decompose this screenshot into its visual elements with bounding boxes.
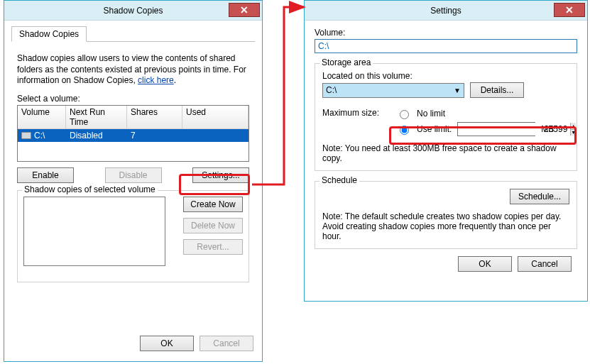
located-label: Located on this volume:	[322, 71, 569, 81]
spin-down-icon: ▼	[570, 130, 576, 136]
disable-button: Disable	[105, 167, 162, 183]
enable-button[interactable]: Enable	[17, 167, 74, 183]
close-icon[interactable]: ✕	[229, 3, 260, 17]
schedule-legend: Schedule	[319, 175, 359, 185]
chevron-down-icon: ▼	[454, 87, 461, 94]
close-icon[interactable]: ✕	[554, 3, 585, 17]
settings-window: Settings ✕ Volume: C:\ Storage area Loca…	[304, 0, 588, 302]
shadow-copies-list[interactable]	[23, 197, 165, 266]
spinner[interactable]: ▲▼	[570, 123, 576, 136]
spin-up-icon: ▲	[570, 123, 576, 130]
note-schedule: Note: The default schedule creates two s…	[322, 211, 569, 241]
schedule-button[interactable]: Schedule...	[510, 189, 569, 204]
volume-label: Volume:	[315, 28, 577, 38]
cancel-button: Cancel	[200, 336, 253, 351]
storage-legend: Storage area	[319, 57, 373, 67]
description: Shadow copies allow users to view the co…	[17, 53, 249, 87]
col-shares[interactable]: Shares	[127, 106, 182, 128]
window-title: Shadow Copies	[4, 6, 262, 16]
unit-label: MB	[541, 124, 554, 134]
volume-table[interactable]: Volume Next Run Time Shares Used C:\ Dis…	[17, 105, 249, 162]
table-row[interactable]: C:\ Disabled 7	[18, 129, 248, 142]
table-header: Volume Next Run Time Shares Used	[18, 106, 248, 129]
titlebar: Settings ✕	[305, 1, 587, 21]
window-title: Settings	[305, 6, 587, 16]
max-size-label: Maximum size:	[322, 108, 390, 118]
ok-button[interactable]: OK	[458, 256, 512, 272]
radio-use-limit[interactable]: Use limit: ▲▼ MB	[396, 122, 554, 136]
located-combo[interactable]: C:\ ▼	[322, 83, 464, 98]
delete-now-button: Delete Now	[183, 218, 243, 233]
col-volume[interactable]: Volume	[18, 106, 66, 128]
cancel-button[interactable]: Cancel	[518, 256, 572, 272]
disk-icon	[21, 132, 31, 139]
tab-shadow-copies[interactable]: Shadow Copies	[11, 26, 87, 42]
volume-field[interactable]: C:\	[315, 39, 577, 53]
note-storage: Note: You need at least 300MB free space…	[322, 143, 569, 163]
limit-input[interactable]: ▲▼	[457, 122, 535, 136]
settings-button[interactable]: Settings...	[192, 167, 249, 183]
titlebar: Shadow Copies ✕	[4, 1, 262, 21]
tabstrip: Shadow Copies	[11, 26, 255, 42]
click-here-link[interactable]: click here	[138, 75, 174, 85]
select-volume-label: Select a volume:	[17, 94, 249, 104]
revert-button: Revert...	[183, 239, 243, 255]
col-used[interactable]: Used	[182, 106, 248, 128]
col-next-run[interactable]: Next Run Time	[66, 106, 127, 128]
ok-button[interactable]: OK	[140, 336, 194, 351]
shadow-copies-window: Shadow Copies ✕ Shadow Copies Shadow cop…	[4, 0, 263, 362]
details-button[interactable]: Details...	[470, 82, 524, 98]
radio-no-limit[interactable]: No limit	[396, 108, 554, 119]
create-now-button[interactable]: Create Now	[183, 197, 243, 212]
group-legend: Shadow copies of selected volume	[22, 184, 158, 194]
